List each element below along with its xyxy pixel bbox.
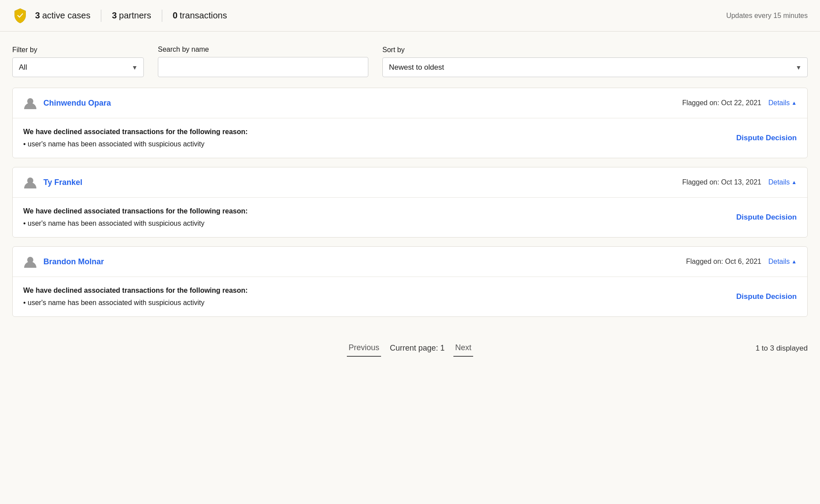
- details-label-2: Details: [768, 178, 790, 186]
- reason-title-3: We have declined associated transactions…: [23, 287, 719, 295]
- sort-by-label: Sort by: [382, 46, 808, 54]
- active-cases-stat: 3 active cases: [35, 11, 90, 21]
- transactions-stat: 0 transactions: [173, 11, 227, 21]
- partners-stat: 3 partners: [112, 11, 151, 21]
- pagination: Previous Current page: 1 Next 1 to 3 dis…: [0, 326, 820, 371]
- flagged-date-2: Flagged on: Oct 13, 2021: [682, 178, 762, 186]
- details-chevron-icon-1: ▲: [791, 100, 797, 106]
- user-icon-3: [23, 255, 37, 269]
- next-button[interactable]: Next: [453, 340, 473, 357]
- dispute-button-2[interactable]: Dispute Decision: [736, 211, 797, 224]
- case-body-2: We have declined associated transactions…: [13, 198, 807, 237]
- case-header-2: Ty Frankel Flagged on: Oct 13, 2021 Deta…: [13, 167, 807, 198]
- partners-count: 3: [112, 11, 117, 21]
- active-cases-label: active cases: [42, 11, 90, 21]
- update-text: Updates every 15 minutes: [726, 12, 808, 20]
- header: 3 active cases 3 partners 0 transactions…: [0, 0, 820, 32]
- user-icon-2: [23, 175, 37, 189]
- search-by-group: Search by name: [158, 46, 368, 77]
- case-body-3: We have declined associated transactions…: [13, 277, 807, 316]
- case-header-3: Brandon Molnar Flagged on: Oct 6, 2021 D…: [13, 247, 807, 277]
- filter-by-group: Filter by All Flagged Disputed Resolved …: [12, 46, 144, 77]
- stat-divider-2: [162, 10, 162, 22]
- reason-item-2: • user's name has been associated with s…: [23, 220, 719, 227]
- sort-by-group: Sort by Newest to oldest Oldest to newes…: [382, 46, 808, 77]
- filters-section: Filter by All Flagged Disputed Resolved …: [0, 32, 820, 88]
- details-chevron-icon-2: ▲: [791, 179, 797, 185]
- case-name-3[interactable]: Brandon Molnar: [43, 257, 104, 266]
- details-label-1: Details: [768, 99, 790, 107]
- previous-button[interactable]: Previous: [347, 340, 381, 357]
- cases-list: Chinwendu Opara Flagged on: Oct 22, 2021…: [0, 88, 820, 317]
- filter-by-select[interactable]: All Flagged Disputed Resolved: [12, 57, 144, 77]
- reason-title-2: We have declined associated transactions…: [23, 207, 719, 215]
- transactions-count: 0: [173, 11, 178, 21]
- case-reason-2: We have declined associated transactions…: [23, 207, 719, 227]
- case-header-1: Chinwendu Opara Flagged on: Oct 22, 2021…: [13, 88, 807, 118]
- case-header-left-1: Chinwendu Opara: [23, 96, 111, 110]
- details-link-2[interactable]: Details ▲: [768, 178, 797, 186]
- case-header-right-2: Flagged on: Oct 13, 2021 Details ▲: [682, 178, 797, 186]
- sort-by-select[interactable]: Newest to oldest Oldest to newest Name A…: [382, 57, 808, 77]
- details-link-1[interactable]: Details ▲: [768, 99, 797, 107]
- case-body-1: We have declined associated transactions…: [13, 118, 807, 158]
- case-header-left-3: Brandon Molnar: [23, 255, 104, 269]
- case-header-left-2: Ty Frankel: [23, 175, 82, 189]
- pagination-controls: Previous Current page: 1 Next: [347, 340, 473, 357]
- pagination-count: 1 to 3 displayed: [756, 344, 808, 353]
- case-card-1: Chinwendu Opara Flagged on: Oct 22, 2021…: [12, 88, 808, 158]
- reason-item-3: • user's name has been associated with s…: [23, 299, 719, 307]
- header-stats: 3 active cases 3 partners 0 transactions: [35, 10, 227, 22]
- filter-by-label: Filter by: [12, 46, 144, 54]
- stat-divider-1: [101, 10, 101, 22]
- case-card-2: Ty Frankel Flagged on: Oct 13, 2021 Deta…: [12, 167, 808, 238]
- dispute-button-1[interactable]: Dispute Decision: [736, 132, 797, 144]
- case-name-1[interactable]: Chinwendu Opara: [43, 99, 111, 108]
- partners-label: partners: [119, 11, 151, 21]
- flagged-date-3: Flagged on: Oct 6, 2021: [686, 258, 762, 266]
- case-reason-3: We have declined associated transactions…: [23, 287, 719, 307]
- case-reason-1: We have declined associated transactions…: [23, 128, 719, 148]
- transactions-label: transactions: [180, 11, 227, 21]
- sort-by-wrapper: Newest to oldest Oldest to newest Name A…: [382, 57, 808, 77]
- current-page-text: Current page: 1: [390, 344, 445, 353]
- details-label-3: Details: [768, 258, 790, 266]
- details-link-3[interactable]: Details ▲: [768, 258, 797, 266]
- shield-icon: [12, 8, 28, 24]
- case-card-3: Brandon Molnar Flagged on: Oct 6, 2021 D…: [12, 246, 808, 317]
- case-header-right-3: Flagged on: Oct 6, 2021 Details ▲: [686, 258, 797, 266]
- case-header-right-1: Flagged on: Oct 22, 2021 Details ▲: [682, 99, 797, 107]
- search-input[interactable]: [158, 57, 368, 77]
- reason-item-1: • user's name has been associated with s…: [23, 140, 719, 148]
- active-cases-count: 3: [35, 11, 40, 21]
- search-label: Search by name: [158, 46, 368, 53]
- details-chevron-icon-3: ▲: [791, 259, 797, 265]
- filter-by-wrapper: All Flagged Disputed Resolved ▼: [12, 57, 144, 77]
- user-icon-1: [23, 96, 37, 110]
- dispute-button-3[interactable]: Dispute Decision: [736, 291, 797, 303]
- header-left: 3 active cases 3 partners 0 transactions: [12, 8, 227, 24]
- flagged-date-1: Flagged on: Oct 22, 2021: [682, 99, 762, 107]
- case-name-2[interactable]: Ty Frankel: [43, 178, 82, 187]
- reason-title-1: We have declined associated transactions…: [23, 128, 719, 136]
